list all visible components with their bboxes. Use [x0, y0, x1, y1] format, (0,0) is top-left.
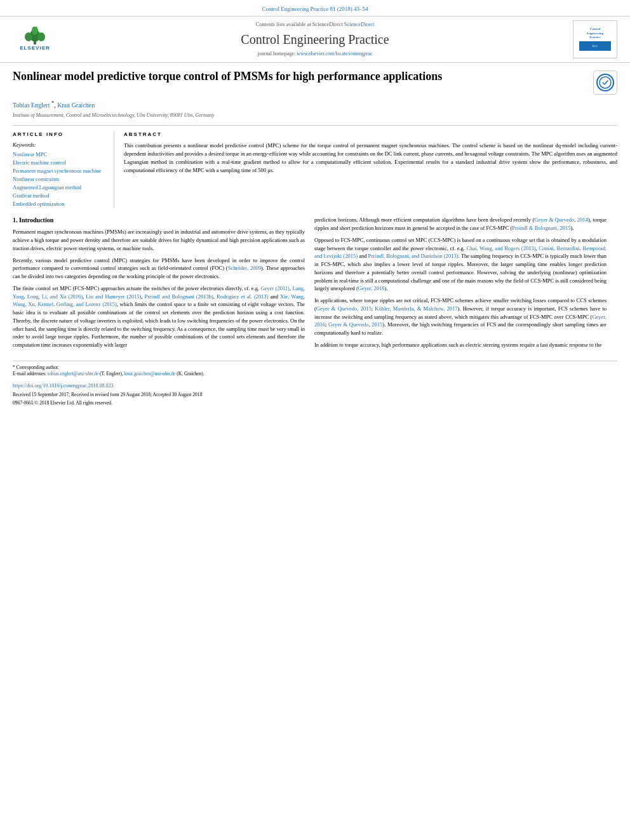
- keyword-3[interactable]: Permanent magnet synchronous machine: [13, 168, 107, 175]
- corresponding-author-note: * Corresponding author.: [13, 364, 617, 371]
- svg-point-3: [37, 32, 45, 41]
- author-graichen[interactable]: Knut Graichen: [57, 102, 95, 109]
- keyword-1[interactable]: Nonlinear MPC: [13, 151, 107, 159]
- intro-paragraph-3: The finite control set MPC (FCS-MPC) app…: [13, 284, 305, 349]
- elsevier-wordmark: ELSEVIER: [20, 44, 50, 51]
- check-for-updates-badge: [593, 70, 617, 95]
- keyword-6[interactable]: Gradient method: [13, 192, 107, 200]
- kohler-ref[interactable]: Köhler, Manderla, & Malchow, 2017: [375, 305, 457, 312]
- copyright: 0967-0661/© 2018 Elsevier Ltd. All right…: [13, 400, 617, 407]
- journal-link[interactable]: Control Engineering Practice 81 (2018) 4…: [262, 6, 368, 12]
- chai-ref[interactable]: Chai, Wang, and Rogers (2013): [467, 245, 536, 251]
- keyword-5[interactable]: Augmented Lagrangian method: [13, 184, 107, 192]
- authors: Tobias Englert *, Knut Graichen: [13, 100, 617, 110]
- preindl-danielson-ref[interactable]: Preindl, Bolognani, and Danielson (2013): [368, 253, 459, 259]
- check-updates-icon: [598, 76, 612, 90]
- geyer-quevedo-2015b-ref[interactable]: Geyer & Quevedo, 2015: [328, 321, 382, 328]
- abstract-header: ABSTRACT: [124, 131, 617, 138]
- liu-ref[interactable]: Liu and Hameyer (2015): [86, 293, 141, 300]
- right-paragraph-2: Opposed to FCS-MPC, continuous control s…: [314, 236, 607, 293]
- affiliation: Institute of Measurement, Control and Mi…: [13, 112, 617, 119]
- geyer-2016-ref[interactable]: Geyer, 2016: [358, 285, 385, 291]
- elsevier-logo: ELSEVIER: [13, 25, 57, 53]
- abstract-section: ABSTRACT This contribution presents a no…: [124, 131, 617, 208]
- geyer-quevedo-2015-ref[interactable]: Geyer & Quevedo, 2015: [316, 305, 372, 312]
- keywords-label: Keywords:: [13, 142, 107, 149]
- page: Control Engineering Practice 81 (2018) 4…: [0, 0, 630, 840]
- check-circle-icon: [596, 74, 614, 91]
- right-paragraph-1: prediction horizons. Although more effic…: [314, 216, 607, 232]
- keyword-7[interactable]: Embedded optimization: [13, 201, 107, 208]
- and-text: and: [267, 333, 275, 340]
- elsevier-branding: ELSEVIER: [13, 25, 57, 53]
- journal-header: ELSEVIER Contents lists available at Sci…: [0, 16, 630, 63]
- keyword-2[interactable]: Electric machine control: [13, 159, 107, 167]
- svg-point-5: [600, 77, 611, 88]
- journal-homepage: journal homepage: www.elsevier.com/locat…: [57, 50, 573, 57]
- email-footnote: E-mail addresses: tobias.englert@uni-ulm…: [13, 371, 617, 378]
- article-info-header: ARTICLE INFO: [13, 131, 107, 138]
- geyer-quevedo-2014-ref[interactable]: Geyer & Quevedo, 2014: [534, 217, 588, 223]
- schroeder-ref[interactable]: Schröder, 2009: [228, 265, 261, 271]
- footnote-section: * Corresponding author. E-mail addresses…: [13, 361, 617, 378]
- journal-reference: Control Engineering Practice 81 (2018) 4…: [0, 0, 630, 16]
- divider-1: [13, 125, 617, 126]
- received-dates: Received 15 September 2017; Received in …: [13, 392, 617, 399]
- geyer-2011-ref[interactable]: Geyer (2011): [260, 285, 289, 291]
- article-title-row: Nonlinear model predictive torque contro…: [13, 69, 617, 95]
- doi-section: https://doi.org/10.1016/j.conengprac.201…: [13, 382, 617, 406]
- elsevier-tree-icon: [22, 27, 48, 44]
- author-englert[interactable]: Tobias Englert: [13, 102, 50, 109]
- intro-paragraph-1: Permanent magnet synchronous machines (P…: [13, 228, 305, 252]
- left-column: 1. Introduction Permanent magnet synchro…: [13, 216, 305, 353]
- preindl-ref[interactable]: Preindl and Bolognani (2013b): [144, 293, 213, 300]
- intro-paragraph-2: Recently, various model predictive contr…: [13, 257, 305, 281]
- right-column: prediction horizons. Although more effic…: [314, 216, 607, 353]
- article-title: Nonlinear model predictive torque contro…: [13, 69, 587, 84]
- journal-title: Control Engineering Practice: [57, 30, 573, 48]
- keyword-4[interactable]: Nonlinear constraints: [13, 176, 107, 183]
- cimini-ref[interactable]: Cimini, Bernardini, Bemporad, and Levijo…: [314, 245, 607, 260]
- intro-section-title: 1. Introduction: [13, 216, 305, 225]
- main-content: Nonlinear model predictive torque contro…: [0, 63, 630, 413]
- preindl-bolognani-2015-ref[interactable]: Preindl & Bolognani, 2015: [512, 225, 570, 231]
- right-paragraph-4: In addition to torque accuracy, high per…: [314, 341, 607, 349]
- journal-info: Contents lists available at ScienceDirec…: [57, 21, 573, 57]
- right-paragraph-3: In applications, where torque ripples ar…: [314, 297, 607, 337]
- article-info-abstract: ARTICLE INFO Keywords: Nonlinear MPC Ele…: [13, 131, 617, 208]
- email-englert[interactable]: tobias.englert@uni-ulm.de: [48, 371, 98, 377]
- body-content: 1. Introduction Permanent magnet synchro…: [13, 216, 617, 353]
- journal-homepage-link[interactable]: www.elsevier.com/locate/conengprac: [297, 51, 372, 57]
- rodriguez-ref[interactable]: Rodriguez et al. (2013): [217, 293, 269, 300]
- abstract-text: This contribution presents a nonlinear m…: [124, 142, 617, 174]
- email-graichen[interactable]: knut.graichen@uni-ulm.de: [124, 371, 176, 377]
- journal-cover-thumbnail: Control Engineering Practice IFAC: [573, 20, 617, 58]
- svg-point-2: [25, 32, 32, 41]
- sciencedirect-notice: Contents lists available at ScienceDirec…: [57, 21, 573, 29]
- sciencedirect-link[interactable]: ScienceDirect: [344, 21, 375, 27]
- doi-link[interactable]: https://doi.org/10.1016/j.conengprac.201…: [13, 383, 114, 389]
- article-info-section: ARTICLE INFO Keywords: Nonlinear MPC Ele…: [13, 131, 114, 208]
